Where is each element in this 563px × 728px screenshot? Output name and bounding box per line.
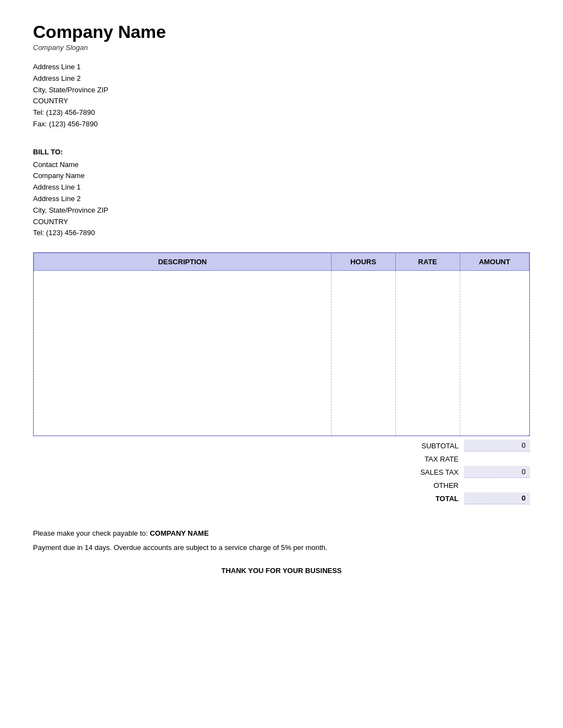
bill-to-company: Company Name (33, 170, 530, 182)
bill-to-address1: Address Line 1 (33, 182, 530, 193)
row-hours[interactable] (331, 271, 395, 436)
fax: Fax: (123) 456-7890 (33, 119, 530, 130)
invoice-table: DESCRIPTION HOURS RATE AMOUNT (34, 253, 529, 436)
company-name: Company Name (33, 22, 530, 42)
bill-to-contact: Contact Name (33, 159, 530, 171)
payable-text-plain: Please make your check payable to: (33, 529, 150, 537)
sales-tax-label: SALES TAX (321, 468, 464, 476)
row-description[interactable] (34, 271, 332, 436)
bill-to-label: BILL TO: (33, 147, 530, 158)
totals-block: SUBTOTAL 0 TAX RATE SALES TAX 0 OTHER TO… (321, 440, 530, 505)
subtotal-label: SUBTOTAL (321, 442, 464, 450)
bill-to-city: City, State/Province ZIP (33, 205, 530, 216)
table-row (34, 271, 529, 436)
invoice-table-wrapper: DESCRIPTION HOURS RATE AMOUNT (33, 252, 530, 436)
total-value[interactable]: 0 (464, 492, 530, 504)
company-slogan: Company Slogan (33, 43, 530, 52)
subtotal-row: SUBTOTAL 0 (321, 440, 530, 452)
payable-company: COMPANY NAME (150, 529, 208, 537)
row-rate[interactable] (395, 271, 460, 436)
other-value[interactable] (464, 479, 530, 491)
city-state-zip: City, State/Province ZIP (33, 85, 530, 96)
bill-to-country: COUNTRY (33, 216, 530, 228)
payment-terms: Payment due in 14 days. Overdue accounts… (33, 542, 530, 554)
other-row: OTHER (321, 479, 530, 491)
row-amount[interactable] (460, 271, 529, 436)
total-label: TOTAL (321, 494, 464, 503)
bill-to-address2: Address Line 2 (33, 193, 530, 205)
col-header-amount: AMOUNT (460, 253, 529, 271)
col-header-rate: RATE (395, 253, 460, 271)
subtotal-value[interactable]: 0 (464, 440, 530, 452)
address-line2: Address Line 2 (33, 73, 530, 85)
col-header-hours: HOURS (331, 253, 395, 271)
payable-line: Please make your check payable to: COMPA… (33, 527, 530, 540)
totals-section: SUBTOTAL 0 TAX RATE SALES TAX 0 OTHER TO… (33, 440, 530, 505)
tax-rate-row: TAX RATE (321, 453, 530, 465)
sales-tax-value[interactable]: 0 (464, 466, 530, 478)
thank-you-message: THANK YOU FOR YOUR BUSINESS (33, 565, 530, 577)
address-line1: Address Line 1 (33, 62, 530, 73)
footer-section: Please make your check payable to: COMPA… (33, 527, 530, 577)
total-row: TOTAL 0 (321, 492, 530, 504)
bill-to-tel: Tel: (123) 456-7890 (33, 227, 530, 239)
tel: Tel: (123) 456-7890 (33, 107, 530, 119)
other-label: OTHER (321, 481, 464, 490)
company-address: Address Line 1 Address Line 2 City, Stat… (33, 62, 530, 130)
bill-to-section: BILL TO: Contact Name Company Name Addre… (33, 147, 530, 239)
country: COUNTRY (33, 96, 530, 107)
tax-rate-value[interactable] (464, 453, 530, 465)
sales-tax-row: SALES TAX 0 (321, 466, 530, 478)
col-header-description: DESCRIPTION (34, 253, 332, 271)
tax-rate-label: TAX RATE (321, 455, 464, 463)
